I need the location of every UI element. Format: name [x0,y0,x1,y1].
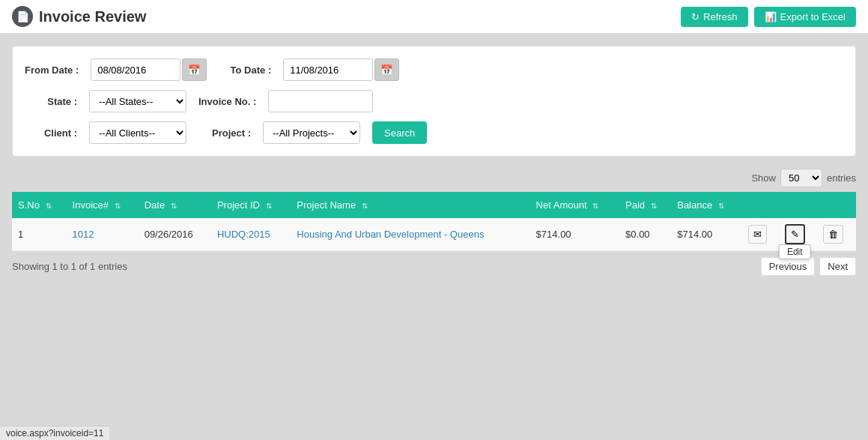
invoice-no-input[interactable] [268,90,373,112]
from-date-wrapper: 📅 [91,58,207,81]
table-row: 1 1012 09/26/2016 HUDQ:2015 Housing And … [12,218,856,251]
cell-balance: $714.00 [671,218,741,251]
col-sno[interactable]: S.No ⇅ [12,192,67,218]
col-project-name[interactable]: Project Name ⇅ [291,192,529,218]
invoice-table: S.No ⇅ Invoice# ⇅ Date ⇅ Project ID ⇅ Pr… [12,192,856,251]
table-header: S.No ⇅ Invoice# ⇅ Date ⇅ Project ID ⇅ Pr… [12,192,856,218]
state-label: State : [25,96,77,107]
col-net-amount[interactable]: Net Amount ⇅ [530,192,619,218]
col-action-mail [742,192,779,218]
project-name-link[interactable]: Housing And Urban Development - Queens [297,229,484,240]
edit-icon: ✎ [791,229,799,240]
mail-button[interactable]: ✉ [748,225,767,244]
show-entries-select[interactable]: 10 25 50 100 [780,169,822,187]
showing-entries-text: Showing 1 to 1 of 1 entries [12,261,127,272]
project-select[interactable]: --All Projects-- [263,121,360,144]
col-date[interactable]: Date ⇅ [139,192,211,218]
cell-date: 09/26/2016 [139,218,211,251]
state-select[interactable]: --All States-- [89,90,186,112]
sort-projectid-icon: ⇅ [266,202,272,210]
table-controls: Show 10 25 50 100 entries [12,169,856,187]
top-bar-left: 📄 Invoice Review [12,6,146,27]
col-balance[interactable]: Balance ⇅ [671,192,741,218]
sort-paid-icon: ⇅ [651,202,657,210]
export-icon: 📊 [765,11,777,22]
table-body: 1 1012 09/26/2016 HUDQ:2015 Housing And … [12,218,856,251]
to-date-input[interactable] [283,58,373,81]
invoice-link[interactable]: 1012 [73,229,94,240]
cell-project-name: Housing And Urban Development - Queens [291,218,529,251]
trash-icon: 🗑 [828,229,838,240]
col-project-id[interactable]: Project ID ⇅ [211,192,291,218]
top-bar: 📄 Invoice Review ↻ Refresh 📊 Export to E… [0,0,868,34]
invoice-no-label: Invoice No. : [198,96,256,107]
col-invoice[interactable]: Invoice# ⇅ [67,192,139,218]
cell-edit-action: ✎ Edit [779,218,818,251]
cell-paid: $0.00 [619,218,671,251]
edit-tooltip: Edit [779,244,811,259]
client-label: Client : [25,127,77,139]
filter-panel: From Date : 📅 To Date : 📅 State : --All … [12,46,856,157]
col-action-delete [817,192,856,218]
client-select[interactable]: --All Clients-- [89,121,186,144]
main-content: From Date : 📅 To Date : 📅 State : --All … [0,34,868,288]
edit-tooltip-wrapper: ✎ Edit [785,224,805,244]
from-date-label: From Date : [25,64,79,76]
cell-invoice: 1012 [67,218,139,251]
cell-mail-action: ✉ [742,218,779,251]
top-bar-actions: ↻ Refresh 📊 Export to Excel [681,7,856,27]
cell-net-amount: $714.00 [530,218,619,251]
refresh-icon: ↻ [691,11,699,22]
next-button[interactable]: Next [819,257,856,276]
to-date-wrapper: 📅 [283,58,399,81]
previous-button[interactable]: Previous [761,257,816,276]
refresh-button[interactable]: ↻ Refresh [681,7,748,27]
calendar-icon: 📅 [188,64,201,76]
app-icon: 📄 [12,6,33,27]
cell-sno: 1 [12,218,67,251]
calendar-icon-2: 📅 [380,64,393,76]
search-button[interactable]: Search [372,121,427,144]
sort-projectname-icon: ⇅ [362,202,368,210]
delete-button[interactable]: 🗑 [823,225,843,244]
filter-row-2: State : --All States-- Invoice No. : [25,90,843,112]
to-date-label: To Date : [219,64,271,76]
project-label: Project : [198,127,251,139]
entries-label: entries [827,172,856,184]
from-date-input[interactable] [91,58,180,81]
sort-sno-icon: ⇅ [46,202,52,210]
sort-balance-icon: ⇅ [718,202,724,210]
sort-invoice-icon: ⇅ [115,202,121,210]
sort-netamount-icon: ⇅ [592,202,598,210]
pagination-controls: Previous Next [761,257,856,276]
from-date-calendar-button[interactable]: 📅 [182,58,207,81]
export-to-excel-button[interactable]: 📊 Export to Excel [754,7,856,27]
footer-row: Showing 1 to 1 of 1 entries Previous Nex… [12,257,856,276]
col-action-edit [779,192,818,218]
project-id-link[interactable]: HUDQ:2015 [217,229,270,240]
page-title: Invoice Review [39,8,146,25]
to-date-calendar-button[interactable]: 📅 [374,58,399,81]
cell-project-id: HUDQ:2015 [211,218,291,251]
filter-row-1: From Date : 📅 To Date : 📅 [25,58,843,81]
cell-delete-action: 🗑 [817,218,856,251]
filter-row-3: Client : --All Clients-- Project : --All… [25,121,843,144]
show-label: Show [751,172,776,184]
edit-button[interactable]: ✎ [785,224,805,244]
mail-icon: ✉ [753,229,762,240]
col-paid[interactable]: Paid ⇅ [619,192,671,218]
sort-date-icon: ⇅ [171,202,177,210]
